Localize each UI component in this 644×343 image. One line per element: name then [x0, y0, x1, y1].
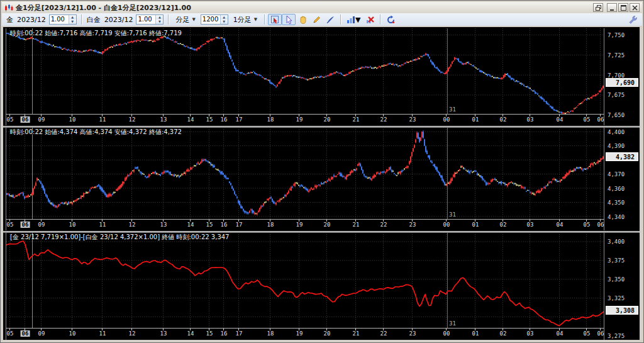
x-axis-label: 02: [500, 222, 507, 228]
y-axis-label: 4,370: [608, 171, 625, 177]
gold-1min-info: 時刻:00:22 始値:7,716 高値:7,719 安値:7,716 終値:7…: [10, 29, 182, 38]
x-axis-label: 10: [69, 116, 76, 123]
chart-type-dropdown-button[interactable]: ▼: [344, 14, 363, 25]
chevron-down-icon: ▼: [355, 16, 360, 24]
bar-type-dropdown[interactable]: 分足 ▼: [172, 14, 198, 25]
minimize-icon[interactable]: [607, 3, 617, 12]
restore-window-icon[interactable]: [593, 3, 603, 12]
delete-chart-tool-button[interactable]: [363, 14, 377, 25]
spin-down-icon[interactable]: ▼: [221, 20, 228, 24]
x-axis-label: 18: [267, 330, 274, 337]
x-axis-label: 19: [296, 222, 303, 228]
toolbar-separator: [81, 14, 82, 25]
pen-annotate-tool-button[interactable]: [323, 14, 337, 25]
x-axis-label: 06: [597, 330, 604, 337]
x-axis-label: 12: [129, 222, 136, 228]
x-axis-label: 16: [221, 222, 228, 228]
gold-platinum-spread-info: [金 23/12 7,719×1.00]-[白金 23/12 4,372×1.0…: [10, 233, 229, 242]
chart-area: 時刻:00:22 始値:7,716 高値:7,719 安値:7,716 終値:7…: [3, 27, 640, 340]
platinum-multiplier-value[interactable]: 1.00: [136, 15, 155, 24]
toolbar: 金 2023/12 1.00 ▲▼ 白金 2023/12 1.00 ▲▼ 分足 …: [2, 13, 642, 26]
y-axis-label: 4,360: [608, 186, 625, 192]
x-axis-label: 16: [221, 330, 228, 337]
x-axis-label: 20: [324, 222, 331, 228]
y-axis-label: 3,350: [608, 276, 625, 283]
spin-down-icon[interactable]: ▼: [69, 20, 76, 24]
pointer-frame-tool-button[interactable]: [268, 14, 282, 25]
close-icon[interactable]: [630, 3, 640, 12]
gold-1min-plot[interactable]: 時刻:00:22 始値:7,716 高値:7,719 安値:7,716 終値:7…: [6, 28, 604, 114]
gold-multiplier-value[interactable]: 1.00: [50, 15, 69, 24]
x-axis-label: 05: [7, 222, 14, 228]
panel-splitter[interactable]: [3, 231, 640, 233]
x-axis-label: 06: [21, 116, 30, 123]
y-axis-label: 3,325: [608, 295, 625, 301]
x-axis-label: 06: [21, 330, 30, 337]
x-axis-label: 15: [206, 116, 213, 123]
x-axis-label: 05: [584, 222, 591, 228]
spin-up-icon[interactable]: ▲: [221, 15, 228, 20]
date-marker: 31: [449, 211, 456, 218]
chevron-down-icon: ▼: [192, 17, 195, 22]
x-axis-label: 12: [129, 330, 136, 337]
arrow-cursor-tool-button[interactable]: [282, 14, 296, 25]
gold-platinum-spread-plot[interactable]: [金 23/12 7,719×1.00]-[白金 23/12 4,372×1.0…: [6, 232, 604, 328]
wrench-icon: [628, 15, 637, 24]
gold-1min-y-axis: 7,7507,7257,7007,6757,6507,690: [606, 28, 640, 125]
last-price-badge: 4,382: [606, 152, 638, 161]
panel-splitter[interactable]: [3, 126, 640, 128]
gold-multiplier-stepper[interactable]: 1.00 ▲▼: [49, 14, 77, 25]
x-axis-label: 18: [267, 116, 274, 123]
platinum-label: 白金: [87, 15, 101, 25]
arrow-cursor-icon: [284, 15, 294, 25]
spin-down-icon[interactable]: ▼: [156, 20, 163, 24]
x-axis-label: 16: [221, 116, 228, 123]
gold-platinum-spread-y-axis: 3,4003,3753,3503,3253,2753,308: [606, 232, 640, 340]
title-bar[interactable]: 金1分足[2023/12]1.00 - 白金1分足[2023/12]1.00: [2, 2, 642, 13]
bar-count-stepper[interactable]: 1200 ▲▼: [201, 14, 228, 25]
refresh-button[interactable]: [384, 14, 397, 25]
settings-button[interactable]: [626, 14, 640, 25]
y-axis-label: 7,725: [608, 52, 625, 59]
x-axis-label: 05: [7, 330, 14, 337]
x-axis-label: 11: [99, 330, 106, 337]
y-axis-label: 4,390: [608, 143, 625, 149]
gold-contract-month: 2023/12: [17, 16, 46, 24]
last-price-badge: 3,308: [606, 306, 638, 315]
spin-up-icon[interactable]: ▲: [156, 15, 163, 20]
platinum-1min-info: 時刻:00:22 始値:4,374 高値:4,374 安値:4,372 終値:4…: [10, 128, 182, 137]
bar-interval-dropdown[interactable]: 1分足 ▼: [230, 14, 260, 25]
date-marker: 31: [449, 320, 456, 327]
bar-count-value[interactable]: 1200: [201, 15, 220, 24]
date-marker: 31: [449, 106, 456, 113]
platinum-1min-plot[interactable]: 時刻:00:22 始値:4,374 高値:4,374 安値:4,372 終値:4…: [6, 127, 604, 219]
pencil-draw-tool-button[interactable]: [309, 14, 323, 25]
y-axis-label: 4,340: [608, 214, 625, 220]
x-axis-label: 03: [527, 116, 534, 123]
gold-label: 金: [6, 15, 13, 25]
x-axis-label: 12: [129, 116, 136, 123]
maximize-icon[interactable]: [618, 3, 628, 12]
spin-up-icon[interactable]: ▲: [69, 15, 76, 20]
x-axis-label: 10: [69, 222, 76, 228]
x-axis-label: 15: [206, 330, 213, 337]
x-axis-label: 09: [38, 330, 45, 337]
x-axis-label: 14: [187, 116, 194, 123]
gold-platinum-spread-x-axis: 0506091011121314151617181920212223000102…: [6, 328, 604, 340]
hand-pan-tool-button[interactable]: [296, 14, 309, 25]
platinum-multiplier-stepper[interactable]: 1.00 ▲▼: [136, 14, 164, 25]
chart-window: 金1分足[2023/12]1.00 - 白金1分足[2023/12]1.00 金…: [0, 0, 644, 343]
pointer-frame-icon: [270, 15, 280, 25]
y-axis-label: 3,275: [608, 333, 625, 339]
pen-annotate-icon: [326, 15, 335, 25]
x-axis-label: 05: [7, 116, 14, 123]
x-axis-label: 20: [324, 330, 331, 337]
pencil-draw-icon: [312, 15, 321, 25]
x-axis-label: 01: [472, 222, 479, 228]
x-axis-label: 23: [409, 116, 416, 123]
x-axis-label: 09: [38, 222, 45, 228]
x-axis-label: 05: [584, 116, 591, 123]
x-axis-label: 14: [187, 330, 194, 337]
x-axis-label: 13: [160, 222, 167, 228]
gold-1min-x-axis: 0506091011121314151617181920212223000102…: [6, 114, 604, 125]
